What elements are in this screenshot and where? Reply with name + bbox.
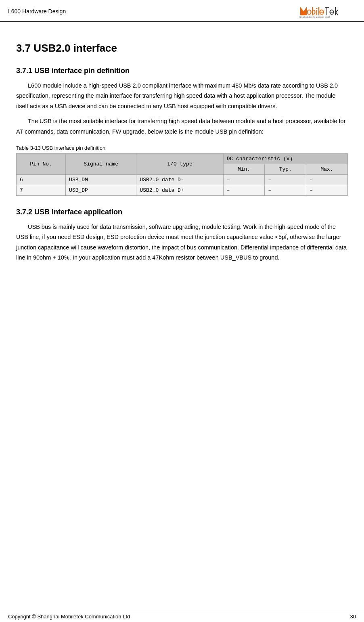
svg-rect-6	[318, 7, 319, 15]
cell-min: –	[223, 174, 265, 185]
table-row: 7 USB_DP USB2.0 data D+ – – –	[17, 185, 348, 195]
section-title: 3.7 USB2.0 interface	[16, 42, 348, 54]
cell-typ: –	[265, 185, 306, 195]
cell-min: –	[223, 185, 265, 195]
cell-max: –	[306, 174, 348, 185]
cell-max: –	[306, 185, 348, 195]
table-row: 6 USB_DM USB2.0 date D- – – –	[17, 174, 348, 185]
svg-point-1	[308, 10, 311, 15]
svg-line-14	[336, 10, 338, 12]
col-header-min: Min.	[223, 164, 265, 174]
cell-pin-no: 6	[17, 174, 66, 185]
svg-line-15	[336, 12, 338, 15]
col-header-typ: Typ.	[265, 164, 306, 174]
svg-rect-9	[325, 7, 329, 8]
svg-rect-4	[316, 10, 317, 15]
cell-signal-name: USB_DM	[66, 174, 136, 185]
subsection1-para1: L600 module include a high-speed USB 2.0…	[16, 81, 348, 111]
cell-typ: –	[265, 174, 306, 185]
subsection1-title: 3.7.1 USB interface pin definition	[16, 67, 348, 75]
table-caption: Table 3-13 USB interface pin definition	[16, 145, 348, 151]
subsection2-title: 3.7.2 USB Interface application	[16, 208, 348, 216]
copyright-text: Copyright © Shanghai Mobiletek Communica…	[8, 614, 130, 620]
page-footer: Copyright © Shanghai Mobiletek Communica…	[0, 611, 364, 622]
pin-definition-table: Pin No. Signal name I/O type DC characte…	[16, 153, 348, 196]
svg-text:Smart solution for a smarter w: Smart solution for a smarter world	[299, 16, 330, 18]
col-header-io-type: I/O type	[136, 153, 223, 174]
cell-pin-no: 7	[17, 185, 66, 195]
subsection1-para2: The USB is the most suitable interface f…	[16, 116, 348, 137]
col-header-max: Max.	[306, 164, 348, 174]
svg-rect-10	[326, 8, 327, 15]
svg-marker-0	[300, 7, 307, 15]
svg-rect-13	[335, 7, 336, 15]
col-header-dc: DC characteristic (V)	[223, 153, 347, 164]
document-title: L600 Hardware Design	[8, 8, 66, 15]
page-header: L600 Hardware Design	[0, 0, 364, 22]
cell-io-type: USB2.0 date D-	[136, 174, 223, 185]
page-content: 3.7 USB2.0 interface 3.7.1 USB interface…	[0, 22, 364, 292]
cell-io-type: USB2.0 data D+	[136, 185, 223, 195]
col-header-signal-name: Signal name	[66, 153, 136, 174]
subsection2-para: USB bus is mainly used for data transmis…	[16, 222, 348, 263]
mobiletek-logo-icon: Smart solution for a smarter world	[299, 4, 356, 18]
logo-area: Smart solution for a smarter world	[299, 4, 356, 18]
page-number: 30	[350, 614, 356, 620]
col-header-pin-no: Pin No.	[17, 153, 66, 174]
svg-point-5	[316, 8, 318, 9]
cell-signal-name: USB_DP	[66, 185, 136, 195]
